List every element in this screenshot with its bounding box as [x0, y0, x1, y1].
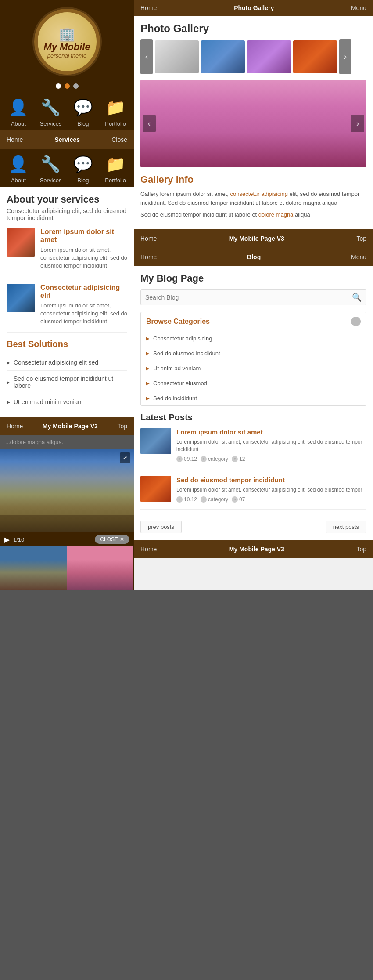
blog-nav-bar: Home Blog Menu	[134, 248, 373, 266]
gallery-thumb-2[interactable]	[201, 40, 245, 73]
services-label: Services	[40, 120, 62, 127]
left-bottom-nav: Home My Mobile Page V3 Top	[0, 417, 134, 435]
solution-item-1[interactable]: Consectetur adipisicing elit sed	[7, 354, 127, 371]
blog-nav-home[interactable]: Home	[140, 253, 157, 260]
mid-nav-home[interactable]: Home	[140, 235, 157, 242]
category-item-5[interactable]: Sed do incididunt	[141, 391, 366, 405]
nav2-item-services[interactable]: 🔧 Services	[40, 153, 62, 184]
photo-gallery-section: Photo Gallery ‹ › ‹ ›	[134, 16, 373, 229]
nav2-item-blog[interactable]: 💬 Blog	[72, 153, 94, 184]
blog-section: My Blog Page 🔍 Browse Categories – Conse…	[134, 266, 373, 540]
prev-posts-button[interactable]: prev posts	[140, 521, 182, 533]
service-item-2-body: Lorem ipsum dolor sit amet, consectetur …	[40, 302, 127, 326]
slider-dot-3[interactable]	[73, 83, 79, 89]
right-nav-menu[interactable]: Menu	[351, 4, 366, 11]
post-1-title[interactable]: Lorem ipsum dolor sit amet	[176, 428, 366, 437]
service-item-1-text: Lorem ipsum dolor sit amet Lorem ipsum d…	[40, 228, 127, 270]
search-input[interactable]	[145, 294, 352, 301]
post-1-date: 09.12	[184, 456, 197, 462]
post-2-content: Sed do eiusmod tempor incididunt Lorem i…	[176, 476, 362, 503]
category-item-1[interactable]: Consectetur adipisicing	[141, 331, 366, 346]
post-2-title[interactable]: Sed do eiusmod tempor incididunt	[176, 476, 362, 485]
gallery-info-link2[interactable]: dolore magna	[258, 211, 294, 218]
thumb-strip-next-button[interactable]: ›	[339, 39, 351, 74]
post-item-2: Sed do eiusmod tempor incididunt Lorem i…	[140, 476, 366, 510]
close-button[interactable]: CLOSE ✕	[95, 535, 129, 544]
nav-item-blog[interactable]: 💬 Blog	[72, 97, 94, 127]
right-bottom-home[interactable]: Home	[140, 546, 157, 553]
gallery-thumb-3[interactable]	[247, 40, 291, 73]
gallery-thumb-1[interactable]	[155, 40, 199, 73]
category-item-2[interactable]: Sed do eiusmod incididunt	[141, 346, 366, 361]
landscape-controls: ▶ 1/10 CLOSE ✕	[0, 532, 134, 546]
browse-categories-toggle[interactable]: –	[351, 317, 361, 326]
post-thumb-2	[140, 476, 171, 502]
solutions-orange-label: Solutions	[28, 339, 68, 349]
thumb-strip-images	[155, 40, 337, 73]
services-menu-bar: Home Services Close	[0, 130, 134, 149]
post-2-meta: ○ 10.12 ○ category ○ 07	[176, 496, 362, 503]
slider-dot-1[interactable]	[56, 83, 61, 89]
nav-item-portfolio[interactable]: 📁 Portfolio	[104, 97, 126, 127]
nav-item-services[interactable]: 🔧 Services	[40, 97, 62, 127]
nav-item-about[interactable]: 👤 About	[7, 97, 29, 127]
post-2-date: 10.12	[184, 496, 197, 503]
nav2-item-portfolio[interactable]: 📁 Portfolio	[104, 153, 126, 184]
post-2-count-item: ○ 07	[232, 496, 245, 503]
search-box[interactable]: 🔍	[140, 289, 366, 305]
post-1-date-item: ○ 09.12	[176, 456, 197, 462]
service-item-2-title[interactable]: Consectetur adipisicing elit	[40, 284, 127, 300]
menu-home-link[interactable]: Home	[7, 136, 23, 143]
post-thumb-1	[140, 428, 171, 454]
solution-item-3[interactable]: Ut enim ad minim veniam	[7, 394, 127, 410]
solution-item-2[interactable]: Sed do eiusmod tempor incididunt ut labo…	[7, 371, 127, 394]
logo-title: My Mobile	[43, 42, 90, 52]
play-button[interactable]: ▶	[4, 535, 10, 544]
thumb-strip-prev-button[interactable]: ‹	[140, 39, 153, 74]
services-subheading: Consectetur adipisicing elit, sed do eiu…	[7, 207, 127, 221]
about-icon: 👤	[7, 97, 29, 119]
category-item-4[interactable]: Consectetur eiusmod	[141, 376, 366, 391]
mid-nav-top[interactable]: Top	[356, 235, 366, 242]
gallery-prev-button[interactable]: ‹	[143, 115, 156, 132]
menu-close-button[interactable]: Close	[111, 136, 127, 143]
right-bottom-nav: Home My Mobile Page V3 Top	[134, 540, 373, 558]
services2-label: Services	[40, 177, 62, 184]
fullscreen-icon[interactable]: ⤢	[120, 452, 130, 463]
post-2-body: Lorem ipsum dolor sit amet, consectetur …	[176, 486, 362, 494]
logo-circle: 🏢 My Mobile personal theme	[34, 9, 100, 75]
pagination: prev posts next posts	[140, 516, 366, 533]
latest-posts-title: Latest Posts	[140, 412, 366, 423]
gallery-info-text1: Gallery lorem ipsum dolor sit amet, cons…	[140, 190, 366, 207]
next-posts-button[interactable]: next posts	[326, 521, 366, 533]
count-icon: ○	[232, 456, 238, 462]
post-1-category-item: ○ category	[201, 456, 228, 462]
latest-posts: Latest Posts Lorem ipsum dolor sit amet …	[140, 412, 366, 533]
gallery-next-button[interactable]: ›	[351, 115, 364, 132]
nav2-item-about[interactable]: 👤 About	[7, 153, 29, 184]
right-nav-active: Photo Gallery	[234, 4, 274, 11]
blog-nav-menu[interactable]: Menu	[351, 253, 366, 260]
category-item-3[interactable]: Ut enim ad veniam	[141, 361, 366, 376]
bottom-thumb-1[interactable]	[0, 546, 67, 590]
services-content: About your services Consectetur adipisic…	[0, 187, 134, 417]
calendar-icon: ○	[176, 456, 183, 462]
nav-icons-row-1: 👤 About 🔧 Services 💬 Blog 📁 Portfolio	[0, 92, 134, 130]
post-1-category: category	[208, 456, 228, 462]
right-bottom-top[interactable]: Top	[356, 546, 366, 553]
service-item-1-title[interactable]: Lorem ipsum dolor sit amet	[40, 228, 127, 244]
gallery-thumb-4[interactable]	[293, 40, 337, 73]
cliff-image: ⤢	[0, 449, 134, 532]
slider-dot-2[interactable]	[65, 83, 70, 89]
post-2-category: category	[208, 496, 228, 503]
gallery-title: Photo Gallery	[140, 22, 366, 35]
left-bottom-home[interactable]: Home	[7, 423, 23, 430]
portfolio-icon: 📁	[104, 97, 126, 119]
bottom-thumb-2[interactable]	[67, 546, 133, 590]
gallery-info-link1[interactable]: consectetur adipisicing	[230, 191, 288, 197]
left-bottom-top[interactable]: Top	[117, 423, 127, 430]
service-item-1-body: Lorem ipsum dolor sit amet, consectetur …	[40, 246, 127, 270]
portfolio2-icon: 📁	[104, 153, 126, 175]
about-label: About	[11, 120, 26, 127]
right-nav-home[interactable]: Home	[140, 4, 157, 11]
